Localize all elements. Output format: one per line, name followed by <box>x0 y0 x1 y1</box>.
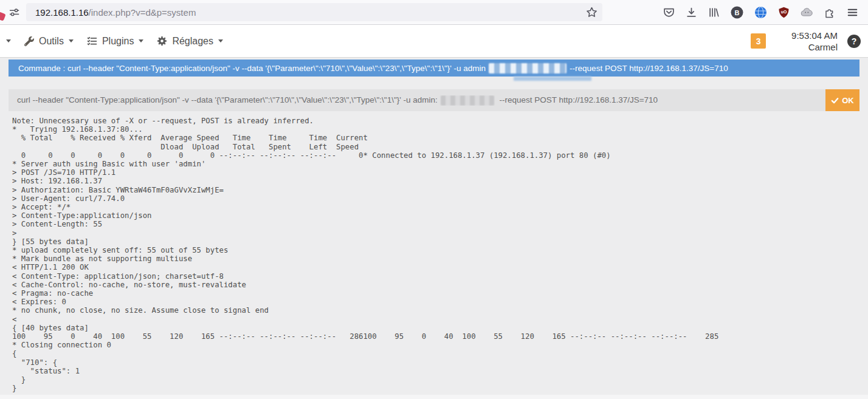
redacted-password <box>489 63 567 73</box>
help-icon[interactable]: ? <box>847 35 861 48</box>
main-menus: Outils Plugins <box>6 36 223 47</box>
command-text-after: --request POST http://192.168.1.37/JS=71… <box>497 95 658 104</box>
plugins-list-icon <box>87 36 97 46</box>
notification-badge[interactable]: 3 <box>751 33 766 49</box>
library-icon[interactable] <box>708 7 720 18</box>
command-result-bar: curl --header "Content-Type:application/… <box>9 89 859 111</box>
header-right-cluster: 3 9:53:04 AM Carmel ? <box>751 25 861 57</box>
command-text: curl --header "Content-Type:application/… <box>9 95 825 106</box>
wrench-icon <box>24 36 34 46</box>
command-text-before: curl --header "Content-Type:application/… <box>17 95 438 104</box>
clock-user-block: 9:53:04 AM Carmel <box>791 30 838 53</box>
downloads-icon[interactable] <box>686 7 697 18</box>
ublock-shield-icon[interactable]: uO <box>778 7 790 18</box>
menu-plugins-label: Plugins <box>102 36 134 47</box>
menu-reglages[interactable]: Réglages <box>157 36 223 47</box>
app-menubar: Outils Plugins <box>0 25 868 58</box>
blue-globe-extension-icon[interactable] <box>754 6 767 19</box>
chevron-down-icon <box>218 39 223 43</box>
current-time: 9:53:04 AM <box>791 30 838 41</box>
b-letter: B <box>735 9 740 16</box>
ok-button[interactable]: OK <box>825 89 859 111</box>
check-icon <box>831 97 839 104</box>
gray-cloud-extension-icon[interactable] <box>801 7 813 18</box>
menu-outils[interactable]: Outils <box>24 36 74 47</box>
redacted-password <box>441 95 494 106</box>
ublock-letters: uO <box>781 10 787 14</box>
url-host: 192.168.1.16 <box>35 7 89 18</box>
browser-action-icons: B uO <box>663 6 858 19</box>
menu-plugins[interactable]: Plugins <box>87 36 143 47</box>
banner-text-after: --request POST http://192.168.1.37/JS=71… <box>570 64 728 73</box>
page-url: 192.168.1.16/index.php?v=d&p=system <box>35 7 196 18</box>
password-manager-b-icon[interactable]: B <box>731 6 743 19</box>
pocket-icon[interactable] <box>663 7 675 18</box>
user-location: Carmel <box>791 41 838 53</box>
hamburger-menu-icon[interactable] <box>847 7 858 18</box>
menu-reglages-label: Réglages <box>172 36 213 47</box>
menu-outils-label: Outils <box>39 36 64 47</box>
cut-off-extension-icon <box>0 12 6 21</box>
ok-label: OK <box>842 96 854 105</box>
gear-icon <box>157 36 167 46</box>
command-info-banner: Commande : curl --header "Content-Type:a… <box>9 60 859 77</box>
blur-artifact <box>514 77 591 81</box>
page-content: Commande : curl --header "Content-Type:a… <box>0 60 868 399</box>
banner-text-before: Commande : curl --header "Content-Type:a… <box>18 64 486 73</box>
chevron-down-icon <box>139 39 143 43</box>
browser-toolbar: 192.168.1.16/index.php?v=d&p=system B <box>0 0 868 25</box>
chevron-down-icon <box>69 39 74 43</box>
extensions-puzzle-icon[interactable] <box>824 7 836 18</box>
curl-console-output: Note: Unnecessary use of -X or --request… <box>12 117 868 393</box>
url-path: /index.php?v=d&p=system <box>89 7 196 18</box>
cutoff-menu-caret-icon[interactable] <box>6 39 11 43</box>
bottom-strip <box>0 395 868 399</box>
url-bar[interactable]: 192.168.1.16/index.php?v=d&p=system <box>26 3 602 21</box>
permissions-sliders-icon[interactable] <box>9 7 20 18</box>
bookmark-star-icon[interactable] <box>586 7 598 18</box>
